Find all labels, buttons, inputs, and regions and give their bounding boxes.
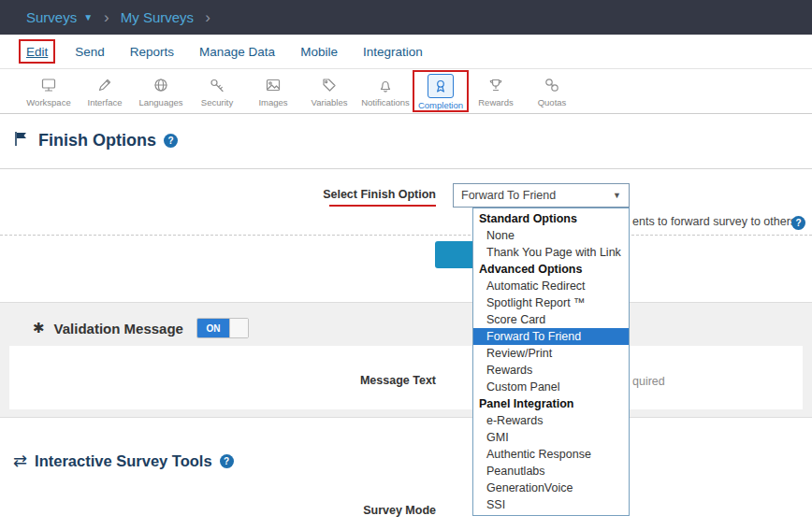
dropdown-option-authentic-response[interactable]: Authentic Response (473, 446, 629, 463)
breadcrumb-my-surveys[interactable]: My Surveys (121, 9, 194, 25)
dashed-divider (0, 235, 812, 236)
select-finish-option-label: Select Finish Option (0, 188, 436, 201)
help-icon[interactable]: ? (164, 134, 178, 148)
finish-option-description-fragment: ents to forward survey to others. (632, 215, 800, 228)
tool-variables[interactable]: Variables (301, 70, 357, 107)
breadcrumb-surveys[interactable]: Surveys ▼ (26, 9, 93, 25)
app-screen: Surveys ▼ › My Surveys › Edit Send Repor… (0, 0, 812, 530)
tool-label: Security (201, 97, 233, 107)
dropdown-option-generationvoice[interactable]: GenerationVoice (473, 480, 629, 496)
breadcrumb-surveys-label: Surveys (26, 9, 77, 25)
images-icon (265, 74, 282, 95)
finish-options-header: Finish Options ? (13, 127, 178, 153)
edit-toolbar: Workspace Interface Languages Security I (0, 70, 812, 114)
menu-item-mobile[interactable]: Mobile (300, 45, 338, 59)
tool-interface[interactable]: Interface (77, 70, 133, 107)
dropdown-option-e-rewards[interactable]: e-Rewards (473, 412, 629, 429)
languages-icon (152, 74, 169, 95)
breadcrumb-chevron-icon: › (104, 9, 109, 25)
help-icon[interactable]: ? (791, 216, 805, 230)
quotas-icon (544, 74, 560, 95)
tool-label: Workspace (26, 97, 70, 107)
finish-flag-icon (13, 130, 31, 151)
tool-label: Interface (88, 97, 123, 107)
tool-label: Languages (138, 97, 182, 107)
annotation-box-edit: Edit (19, 39, 55, 64)
dropdown-option-forward-to-friend[interactable]: Forward To Friend (473, 328, 629, 345)
toggle-knob (229, 319, 248, 337)
chevron-down-icon: ▼ (613, 191, 621, 200)
toggle-on-label: ON (197, 319, 229, 337)
tool-notifications[interactable]: Notifications (357, 70, 413, 107)
dropdown-option-peanutlabs[interactable]: Peanutlabs (473, 463, 629, 480)
dropdown-group-standard-options: Standard Options (473, 210, 629, 227)
dropdown-option-rewards[interactable]: Rewards (473, 362, 629, 379)
message-text-input-fragment[interactable]: quired (632, 375, 665, 388)
dropdown-group-advanced-options: Advanced Options (473, 261, 629, 278)
menu-item-send[interactable]: Send (75, 45, 105, 59)
breadcrumb-chevron-icon: › (205, 9, 210, 25)
help-icon[interactable]: ? (220, 454, 234, 468)
menu-item-edit[interactable]: Edit (26, 45, 48, 59)
dropdown-option-gmi[interactable]: GMI (473, 429, 629, 446)
menu-item-integration[interactable]: Integration (363, 45, 423, 59)
menu-item-reports[interactable]: Reports (130, 45, 174, 59)
workspace-icon (40, 74, 57, 95)
tool-label: Variables (312, 97, 348, 107)
finish-option-dropdown-list: Standard Options None Thank You Page wit… (472, 208, 630, 516)
validation-message-header: ✱ Validation Message ON (33, 318, 249, 338)
annotation-underline-select-finish (329, 205, 436, 207)
tool-rewards[interactable]: Rewards (468, 70, 524, 107)
interface-icon (96, 74, 113, 95)
finish-option-select-value: Forward To Friend (461, 189, 556, 202)
page-title: Finish Options (38, 131, 156, 150)
dropdown-option-score-card[interactable]: Score Card (473, 311, 629, 328)
dropdown-option-spotlight-report[interactable]: Spotlight Report ™ (473, 294, 629, 311)
validation-asterisk-icon: ✱ (33, 320, 45, 337)
validation-message-panel: ✱ Validation Message ON (0, 302, 812, 418)
security-icon (209, 74, 225, 95)
rewards-icon (487, 74, 504, 95)
tool-label: Notifications (361, 97, 410, 107)
dropdown-option-ssi[interactable]: SSI (473, 496, 629, 513)
tool-label: Images (258, 97, 287, 107)
tool-workspace[interactable]: Workspace (21, 70, 77, 107)
interactive-arrows-icon: ⇄ (13, 452, 27, 469)
variables-icon (321, 74, 338, 95)
message-text-label: Message Text (0, 374, 436, 387)
menu-bar: Edit Send Reports Manage Data Mobile Int… (0, 35, 812, 69)
menu-item-manage-data[interactable]: Manage Data (199, 45, 275, 59)
tool-languages[interactable]: Languages (133, 70, 189, 107)
tool-security[interactable]: Security (189, 70, 245, 107)
notifications-icon (377, 74, 394, 95)
surveys-caret-icon: ▼ (83, 12, 93, 22)
tool-completion[interactable]: Completion (414, 72, 467, 110)
dropdown-option-thank-you-page[interactable]: Thank You Page with Link (473, 244, 629, 261)
interactive-tools-title: Interactive Survey Tools (35, 452, 212, 470)
tool-label: Completion (418, 100, 463, 110)
tool-images[interactable]: Images (245, 70, 301, 107)
survey-mode-label: Survey Mode (0, 504, 436, 517)
validation-toggle[interactable]: ON (196, 318, 249, 338)
dropdown-option-review-print[interactable]: Review/Print (473, 345, 629, 362)
tool-label: Rewards (478, 97, 514, 107)
finish-option-select[interactable]: Forward To Friend ▼ (453, 183, 630, 208)
dropdown-option-automatic-redirect[interactable]: Automatic Redirect (473, 278, 629, 294)
validation-message-title: Validation Message (54, 321, 183, 337)
dropdown-group-panel-integration: Panel Integration (473, 395, 629, 412)
dropdown-option-none[interactable]: None (473, 227, 629, 244)
completion-icon (428, 74, 454, 98)
tool-quotas[interactable]: Quotas (524, 70, 580, 107)
annotation-box-completion: Completion (413, 70, 469, 112)
interactive-tools-header: ⇄ Interactive Survey Tools ? (13, 448, 234, 474)
tool-label: Quotas (538, 97, 567, 107)
breadcrumb-my-surveys-label: My Surveys (121, 9, 194, 25)
dropdown-option-custom-panel[interactable]: Custom Panel (473, 379, 629, 395)
top-navigation-bar: Surveys ▼ › My Surveys › (0, 0, 812, 35)
divider (0, 168, 812, 169)
